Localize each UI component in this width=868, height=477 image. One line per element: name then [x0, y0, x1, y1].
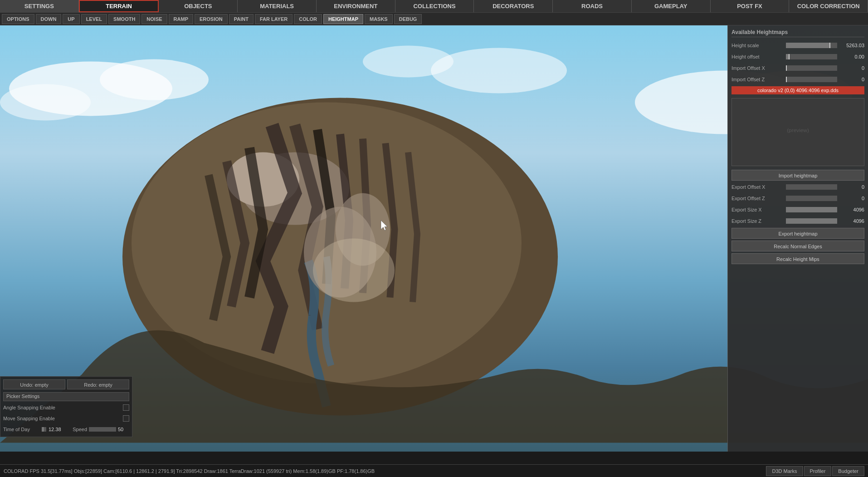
redo-button[interactable]: Redo: empty: [67, 379, 129, 389]
heightmap-preview: (preview): [731, 98, 864, 166]
nav-postfx[interactable]: Post FX: [711, 0, 790, 12]
recalc-normal-button[interactable]: Recalc Normal Edges: [731, 241, 864, 251]
export-size-x-slider[interactable]: [786, 207, 837, 212]
main-area: Undo: empty Redo: empty Picker Settings …: [0, 25, 868, 452]
height-offset-row: Height offset 0.00: [731, 52, 864, 61]
svg-text:(preview): (preview): [787, 127, 809, 133]
btn-paint[interactable]: PAINT: [229, 14, 254, 24]
export-size-z-row: Export Size Z 4096: [731, 216, 864, 226]
nav-gameplay[interactable]: Gameplay: [632, 0, 711, 12]
time-of-day-label: Time of Day: [3, 427, 39, 432]
btn-up[interactable]: UP: [63, 14, 79, 24]
import-heightmap-button[interactable]: Import heightmap: [731, 170, 864, 181]
export-offset-z-row: Export Offset Z 0: [731, 194, 864, 203]
d3d-marks-button[interactable]: D3D Marks: [766, 466, 803, 476]
import-offset-x-value: 0: [839, 65, 864, 71]
angle-snapping-row: Angle Snapping Enable: [3, 403, 129, 412]
status-bar: COLORAD FPS 31.5[31.77ms] Objs:[22859] C…: [0, 464, 868, 477]
status-text: COLORAD FPS 31.5[31.77ms] Objs:[22859] C…: [4, 468, 766, 474]
export-offset-z-value: 0: [839, 196, 864, 201]
angle-snapping-label: Angle Snapping Enable: [3, 405, 123, 410]
move-snapping-label: Move Snapping Enable: [3, 416, 123, 421]
nav-settings[interactable]: Settings: [0, 0, 79, 12]
budgeter-button[interactable]: Budgeter: [832, 466, 864, 476]
btn-down[interactable]: DOWN: [36, 14, 62, 24]
picker-settings-button[interactable]: Picker Settings: [3, 392, 129, 401]
btn-noise[interactable]: NOISE: [141, 14, 167, 24]
import-offset-x-slider[interactable]: [786, 65, 837, 71]
import-offset-z-slider[interactable]: [786, 77, 837, 82]
export-size-z-slider[interactable]: [786, 218, 837, 224]
svg-point-1: [100, 59, 209, 100]
time-of-day-row: Time of Day 12.38 Speed 50: [3, 425, 129, 434]
svg-point-6: [363, 46, 454, 78]
export-offset-x-value: 0: [839, 184, 864, 190]
undo-button[interactable]: Undo: empty: [3, 379, 65, 389]
nav-decorators[interactable]: Decorators: [474, 0, 553, 12]
export-offset-x-row: Export Offset X 0: [731, 182, 864, 192]
nav-materials[interactable]: Materials: [238, 0, 317, 12]
move-snapping-checkbox[interactable]: [123, 415, 129, 422]
btn-ramp[interactable]: RAMP: [169, 14, 193, 24]
btn-masks[interactable]: MASKS: [365, 14, 393, 24]
import-offset-z-row: Import Offset Z 0: [731, 75, 864, 84]
speed-slider[interactable]: [89, 427, 116, 432]
export-size-z-label: Export Size Z: [731, 218, 786, 224]
btn-heightmap[interactable]: HEIGHTMAP: [323, 14, 363, 24]
status-buttons: D3D Marks Profiler Budgeter: [766, 466, 864, 476]
recalc-height-button[interactable]: Recalc Height Mips: [731, 253, 864, 264]
height-scale-slider[interactable]: [786, 43, 837, 48]
height-scale-label: Height scale: [731, 43, 786, 48]
nav-collections[interactable]: Collections: [395, 0, 474, 12]
nav-terrain[interactable]: Terrain: [79, 0, 159, 12]
export-size-z-value: 4096: [839, 218, 864, 224]
btn-level[interactable]: LEVEL: [81, 14, 107, 24]
btn-far-layer[interactable]: FAR LAYER: [255, 14, 293, 24]
import-offset-x-label: Import Offset X: [731, 65, 786, 71]
right-panel: Available Heightmaps Height scale 5263.0…: [727, 25, 868, 452]
speed-value: 50: [118, 427, 129, 432]
export-offset-z-label: Export Offset Z: [731, 196, 786, 201]
export-offset-z-slider[interactable]: [786, 196, 837, 201]
export-heightmap-button[interactable]: Export heightmap: [731, 228, 864, 239]
svg-point-13: [313, 239, 395, 302]
export-size-x-row: Export Size X 4096: [731, 205, 864, 214]
btn-smooth[interactable]: SMOOTH: [108, 14, 140, 24]
svg-point-2: [0, 84, 91, 121]
import-offset-z-label: Import Offset Z: [731, 77, 786, 82]
selected-heightmap-file[interactable]: colorado v2 (0,0) 4096:4096 exp.dds: [731, 86, 864, 94]
btn-debug[interactable]: DEBUG: [394, 14, 422, 24]
btn-erosion[interactable]: EROSION: [195, 14, 228, 24]
export-offset-x-label: Export Offset X: [731, 184, 786, 190]
height-offset-label: Height offset: [731, 54, 786, 59]
export-size-x-label: Export Size X: [731, 207, 786, 212]
nav-objects[interactable]: Objects: [159, 0, 238, 12]
nav-roads[interactable]: Roads: [553, 0, 632, 12]
btn-color[interactable]: COLOR: [294, 14, 322, 24]
height-scale-value: 5263.03: [839, 43, 864, 48]
bottom-left-panel: Undo: empty Redo: empty Picker Settings …: [0, 376, 132, 437]
time-of-day-value: 12.38: [49, 427, 67, 432]
move-snapping-row: Move Snapping Enable: [3, 414, 129, 423]
import-offset-x-row: Import Offset X 0: [731, 64, 864, 73]
top-nav: Settings Terrain Objects Materials Envir…: [0, 0, 868, 13]
sub-toolbar: OPTIONS DOWN UP LEVEL SMOOTH NOISE RAMP …: [0, 13, 868, 25]
height-scale-row: Height scale 5263.03: [731, 41, 864, 50]
profiler-button[interactable]: Profiler: [804, 466, 832, 476]
panel-title: Available Heightmaps: [731, 29, 864, 37]
export-offset-x-slider[interactable]: [786, 184, 837, 190]
angle-snapping-checkbox[interactable]: [123, 404, 129, 411]
height-offset-slider[interactable]: [786, 54, 837, 59]
svg-point-5: [431, 48, 567, 93]
btn-options[interactable]: OPTIONS: [2, 14, 34, 24]
time-of-day-slider[interactable]: [42, 427, 46, 432]
export-size-x-value: 4096: [839, 207, 864, 212]
nav-environment[interactable]: Environment: [317, 0, 395, 12]
import-offset-z-value: 0: [839, 77, 864, 82]
height-offset-value: 0.00: [839, 54, 864, 59]
speed-label: Speed: [67, 427, 87, 432]
undo-redo-row: Undo: empty Redo: empty: [3, 379, 129, 389]
nav-color-correction[interactable]: Color Correction: [789, 0, 868, 12]
